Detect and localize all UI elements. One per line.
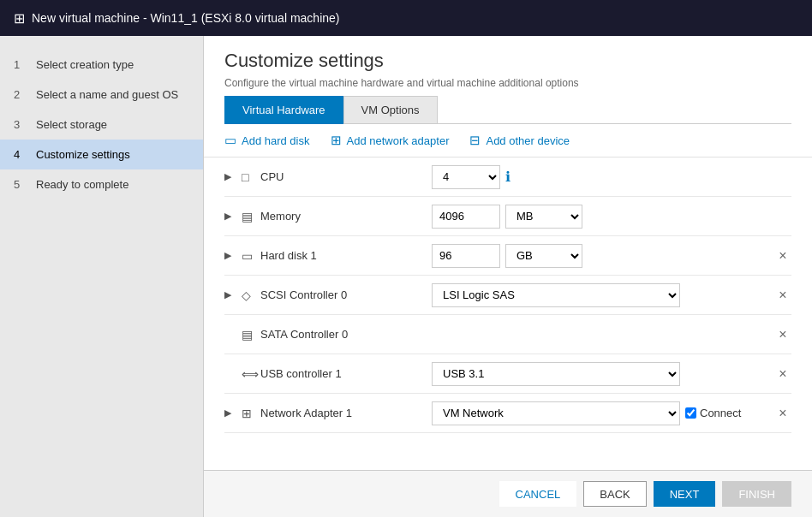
content-area: Customize settings Configure the virtual… xyxy=(204,36,812,517)
cpu-icon: □ xyxy=(242,170,260,184)
table-row: ▶ ▭ Hard disk 1 MBGB × xyxy=(224,236,791,276)
hardware-list: ▶ □ CPU 124816 ℹ ▶ ▤ Memory MBGB ▶ ▭ Har… xyxy=(204,157,812,470)
add-network-adapter-button[interactable]: ⊞ Add network adapter xyxy=(331,133,450,148)
step-label: Select storage xyxy=(36,118,189,131)
expand-icon[interactable]: ▶ xyxy=(224,211,242,222)
add-hard-disk-label: Add hard disk xyxy=(242,134,310,147)
hw-controls: USB 2.0USB 3.0USB 3.1 xyxy=(432,362,774,386)
tab-virtual-hardware[interactable]: Virtual Hardware xyxy=(224,96,343,124)
step-label: Select a name and guest OS xyxy=(36,88,189,101)
hw-type-select[interactable]: LSI Logic SASLSI Logic ParallelVMware Pa… xyxy=(432,283,680,307)
main-content: 1 Select creation type 2 Select a name a… xyxy=(0,36,812,517)
step-label: Customize settings xyxy=(36,148,189,161)
scsi-icon: ◇ xyxy=(242,288,260,302)
add-network-label: Add network adapter xyxy=(347,134,450,147)
page-title: Customize settings xyxy=(224,50,791,72)
step-number: 4 xyxy=(14,148,31,161)
delete-button[interactable]: × xyxy=(774,406,791,421)
disk-icon: ▭ xyxy=(242,249,260,263)
dialog: ⊞ New virtual machine - Win11_1 (ESXi 8.… xyxy=(0,0,812,517)
sidebar-item-5[interactable]: 5 Ready to complete xyxy=(0,169,203,199)
step-number: 1 xyxy=(14,58,31,71)
expand-icon[interactable]: ▶ xyxy=(224,250,242,261)
dialog-title: New virtual machine - Win11_1 (ESXi 8.0 … xyxy=(32,11,339,25)
tab-vm-options[interactable]: VM Options xyxy=(343,96,438,124)
table-row: ⟺ USB controller 1 USB 2.0USB 3.0USB 3.1… xyxy=(224,354,791,394)
info-icon: ℹ xyxy=(505,169,510,185)
connect-checkbox[interactable] xyxy=(685,407,696,419)
back-button[interactable]: BACK xyxy=(583,481,646,507)
sidebar-item-1[interactable]: 1 Select creation type xyxy=(0,50,203,80)
delete-button[interactable]: × xyxy=(774,248,791,264)
unit-select[interactable]: MBGB xyxy=(505,244,582,268)
cancel-button[interactable]: CANCEL xyxy=(499,481,577,507)
sidebar-item-4[interactable]: 4 Customize settings xyxy=(0,140,203,169)
network-select[interactable]: VM Network xyxy=(432,401,680,425)
table-row: ▤ SATA Controller 0 × xyxy=(224,315,791,354)
hw-label: USB controller 1 xyxy=(260,367,432,380)
hw-label: Memory xyxy=(260,210,432,223)
sidebar-item-2[interactable]: 2 Select a name and guest OS xyxy=(0,80,203,110)
delete-button[interactable]: × xyxy=(774,288,791,303)
network-icon: ⊞ xyxy=(331,133,342,148)
expand-icon[interactable]: ▶ xyxy=(224,407,242,419)
unit-select[interactable]: MBGB xyxy=(505,205,582,229)
net-icon: ⊞ xyxy=(242,407,260,420)
step-label: Select creation type xyxy=(36,58,189,71)
memory-icon: ▤ xyxy=(242,210,260,223)
table-row: ▶ ▤ Memory MBGB xyxy=(224,197,791,236)
delete-button[interactable]: × xyxy=(774,366,791,382)
title-bar: ⊞ New virtual machine - Win11_1 (ESXi 8.… xyxy=(0,0,812,36)
hw-controls: LSI Logic SASLSI Logic ParallelVMware Pa… xyxy=(432,283,774,307)
sata-icon: ▤ xyxy=(242,328,260,342)
hw-label: CPU xyxy=(260,170,432,183)
cpu-select[interactable]: 124816 xyxy=(432,165,500,189)
table-row: ▶ ◇ SCSI Controller 0 LSI Logic SASLSI L… xyxy=(224,276,791,315)
usb-icon: ⟺ xyxy=(242,367,260,381)
device-icon: ⊟ xyxy=(469,133,481,148)
hw-label: SCSI Controller 0 xyxy=(260,288,432,301)
hw-label: SATA Controller 0 xyxy=(260,328,432,341)
table-row: ▶ ⊞ Network Adapter 1 VM Network Connect… xyxy=(224,394,791,433)
tab-bar: Virtual HardwareVM Options xyxy=(224,96,791,124)
sidebar: 1 Select creation type 2 Select a name a… xyxy=(0,36,204,517)
hw-controls: VM Network Connect xyxy=(432,401,774,425)
step-number: 3 xyxy=(14,118,31,131)
step-number: 2 xyxy=(14,88,31,101)
expand-icon[interactable]: ▶ xyxy=(224,171,242,182)
step-label: Ready to complete xyxy=(36,178,189,191)
expand-icon[interactable]: ▶ xyxy=(224,289,242,300)
hw-value-input[interactable] xyxy=(432,244,500,268)
hw-label: Hard disk 1 xyxy=(260,249,432,262)
page-description: Configure the virtual machine hardware a… xyxy=(224,77,791,89)
connect-label: Connect xyxy=(685,407,741,419)
add-other-device-label: Add other device xyxy=(486,134,570,147)
finish-button: FINISH xyxy=(722,481,791,507)
hw-controls: 124816 ℹ xyxy=(432,165,774,189)
add-hard-disk-button[interactable]: ▭ Add hard disk xyxy=(224,133,310,148)
hw-value-input[interactable] xyxy=(432,205,500,229)
table-row: ▶ □ CPU 124816 ℹ xyxy=(224,157,791,197)
footer: CANCEL BACK NEXT FINISH xyxy=(204,470,812,517)
hw-controls: MBGB xyxy=(432,244,774,268)
toolbar: ▭ Add hard disk ⊞ Add network adapter ⊟ … xyxy=(204,124,812,157)
content-header: Customize settings Configure the virtual… xyxy=(204,36,812,96)
add-other-device-button[interactable]: ⊟ Add other device xyxy=(469,133,570,148)
hw-controls: MBGB xyxy=(432,205,774,229)
sidebar-item-3[interactable]: 3 Select storage xyxy=(0,110,203,140)
hw-label: Network Adapter 1 xyxy=(260,407,432,419)
hw-type-select[interactable]: USB 2.0USB 3.0USB 3.1 xyxy=(432,362,680,386)
next-button[interactable]: NEXT xyxy=(654,481,716,507)
hard-disk-icon: ▭ xyxy=(224,133,236,148)
step-number: 5 xyxy=(14,178,31,191)
vm-icon: ⊞ xyxy=(14,10,25,27)
delete-button[interactable]: × xyxy=(774,327,791,342)
